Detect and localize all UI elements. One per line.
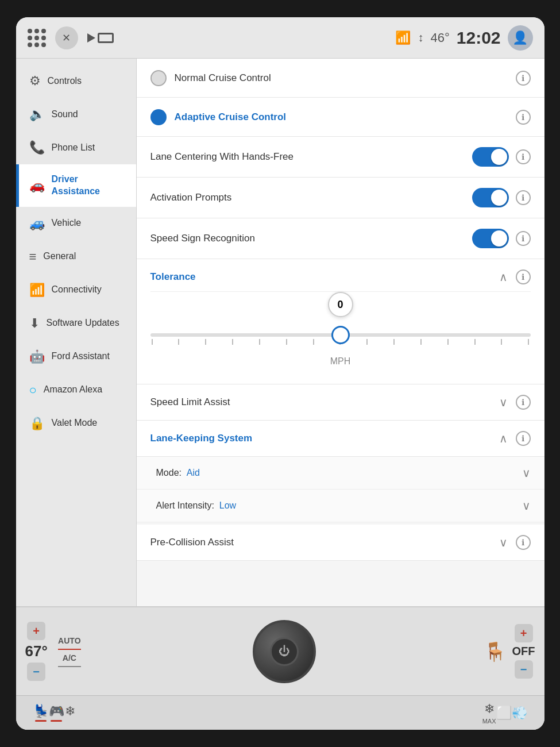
tolerance-unit: MPH [150,356,531,367]
content-panel: Normal Cruise Control ℹ Adaptive Cruise … [137,59,544,606]
speed-sign-toggle[interactable] [472,229,509,248]
lane-centering-row[interactable]: Lane Centering With Hands-Free ℹ [137,137,544,178]
sidebar: ⚙ Controls 🔈 Sound 📞 Phone List 🚗 Driver… [16,59,137,606]
lane-centering-toggle[interactable] [472,147,509,167]
sidebar-label-controls: Controls [48,75,82,87]
mode-row[interactable]: Mode: Aid ∨ [137,457,544,490]
lane-centering-info-icon[interactable]: ℹ [516,149,531,164]
valet-icon: 🔒 [29,416,45,431]
alert-row[interactable]: Alert Intensity: Low ∨ [137,490,544,522]
pre-collision-info-icon[interactable]: ℹ [516,535,531,550]
apps-icon[interactable] [28,29,46,47]
speed-limit-header[interactable]: Speed Limit Assist ∨ ℹ [137,384,544,421]
normal-cruise-row[interactable]: Normal Cruise Control ℹ [137,59,544,98]
media-icon[interactable] [87,33,114,43]
max-label: MAX [482,718,496,725]
rear-defrost-icon: ⬜ [496,706,512,721]
connectivity-icon: 📶 [29,283,45,298]
user-avatar[interactable]: 👤 [508,25,533,51]
adaptive-cruise-row[interactable]: Adaptive Cruise Control ℹ [137,98,544,137]
sidebar-item-ford[interactable]: 🤖 Ford Assistant [16,340,136,374]
speed-limit-info-icon[interactable]: ℹ [516,395,531,410]
seat-heat-icon[interactable]: 🪑 [484,641,507,663]
off-label: OFF [512,645,535,658]
max-defrost-item[interactable]: ❄ MAX [482,702,496,725]
sidebar-item-sound[interactable]: 🔈 Sound [16,98,136,131]
normal-cruise-radio[interactable] [150,70,167,86]
tolerance-chevron-up-icon: ∧ [499,270,508,284]
lane-keeping-chevron-up-icon: ∧ [499,432,508,445]
lane-centering-label: Lane Centering With Hands-Free [150,151,472,163]
left-temp-control: + 67° − [25,622,48,681]
auto-label: AUTO [58,636,80,645]
vent-item[interactable]: 💨 [512,706,527,721]
sidebar-label-valet: Valet Mode [52,417,98,429]
vent-icon: 💨 [512,706,527,721]
alexa-icon: ○ [29,383,37,398]
tolerance-label: Tolerance [150,271,493,283]
normal-cruise-info-icon[interactable]: ℹ [516,71,531,86]
tolerance-info-icon[interactable]: ℹ [516,269,531,284]
speed-limit-label: Speed Limit Assist [150,396,493,408]
sidebar-item-connectivity[interactable]: 📶 Connectivity [16,274,136,307]
alert-chevron-down-icon: ∨ [522,499,531,513]
ac-divider [58,666,81,667]
auto-divider [58,649,81,650]
sound-icon: 🔈 [29,107,45,122]
left-temp-plus-button[interactable]: + [27,622,45,640]
seat-indicator [35,720,47,722]
sidebar-item-controls[interactable]: ⚙ Controls [16,64,136,98]
mode-value: Aid [187,468,200,478]
activation-prompts-row[interactable]: Activation Prompts ℹ [137,178,544,218]
sidebar-label-connectivity: Connectivity [52,284,102,296]
right-plus-button[interactable]: + [515,624,533,642]
left-temp-minus-button[interactable]: − [27,663,45,681]
pre-collision-header[interactable]: Pre-Collision Assist ∨ ℹ [137,525,544,561]
sidebar-label-vehicle: Vehicle [52,217,82,229]
sidebar-item-phone[interactable]: 📞 Phone List [16,131,136,164]
speed-sign-info-icon[interactable]: ℹ [516,231,531,246]
wifi-icon: 📶 [395,30,411,45]
status-bar: ✕ 📶 ↕ 46° 12:02 👤 [16,17,544,59]
steering-icon: 🎮 [49,704,64,719]
sidebar-label-software: Software Updates [47,317,119,329]
speed-sign-row[interactable]: Speed Sign Recognition ℹ [137,218,544,259]
right-temp-control: + OFF − [512,624,535,679]
adaptive-cruise-label: Adaptive Cruise Control [175,111,509,123]
sidebar-label-phone: Phone List [52,142,95,154]
sidebar-item-general[interactable]: ≡ General [16,240,136,274]
knob-inner: ⏻ [270,637,299,666]
clock-display: 12:02 [457,28,501,48]
sidebar-item-valet[interactable]: 🔒 Valet Mode [16,407,136,440]
ford-icon: 🤖 [29,349,45,364]
right-minus-button[interactable]: − [515,660,533,679]
sidebar-item-vehicle[interactable]: 🚙 Vehicle [16,207,136,240]
sidebar-item-driver[interactable]: 🚗 Driver Assistance [16,164,136,207]
max-defrost-icon: ❄ [484,702,495,717]
sidebar-label-sound: Sound [52,109,78,121]
seat-icon-item[interactable]: 💺 [33,704,49,722]
steering-indicator [51,720,62,722]
fan-icon-item[interactable]: ❄ [64,704,76,722]
sidebar-item-alexa[interactable]: ○ Amazon Alexa [16,374,136,407]
tolerance-track[interactable] [150,333,531,337]
sidebar-label-driver: Driver Assistance [52,174,126,198]
steering-icon-item[interactable]: 🎮 [49,704,64,722]
sidebar-item-software[interactable]: ⬇ Software Updates [16,307,136,340]
lane-keeping-header[interactable]: Lane-Keeping System ∧ ℹ [137,421,544,457]
tolerance-header[interactable]: Tolerance ∧ ℹ [150,259,531,292]
close-button[interactable]: ✕ [55,26,78,49]
rear-defrost-item[interactable]: ⬜ [496,706,512,721]
lane-keeping-info-icon[interactable]: ℹ [516,431,531,446]
tolerance-thumb[interactable] [331,326,350,344]
volume-knob[interactable]: ⏻ [253,620,316,683]
ac-label: A/C [63,653,76,663]
software-icon: ⬇ [29,316,40,331]
adaptive-cruise-radio[interactable] [150,109,167,125]
mode-chevron-down-icon: ∨ [522,466,531,480]
activation-prompts-toggle[interactable] [472,188,509,207]
speed-sign-label: Speed Sign Recognition [150,233,472,244]
adaptive-cruise-info-icon[interactable]: ℹ [516,110,531,125]
tolerance-slider-container[interactable]: 0 MPH [150,292,531,372]
activation-prompts-info-icon[interactable]: ℹ [516,190,531,205]
